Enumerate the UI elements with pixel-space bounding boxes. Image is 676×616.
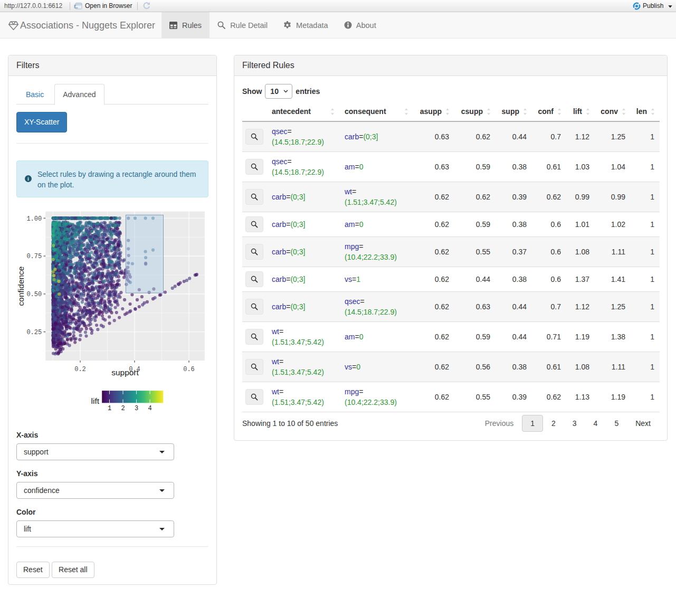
svg-text:1.00: 1.00: [26, 215, 42, 223]
svg-text:0.25: 0.25: [26, 329, 42, 336]
svg-text:0.6: 0.6: [183, 366, 195, 373]
svg-text:support: support: [111, 368, 139, 377]
svg-text:0.50: 0.50: [26, 291, 42, 298]
svg-text:1: 1: [108, 405, 111, 412]
svg-text:confidence: confidence: [16, 267, 25, 306]
svg-text:3: 3: [135, 405, 138, 412]
svg-text:4: 4: [148, 405, 151, 412]
svg-text:lift: lift: [91, 396, 100, 405]
svg-text:2: 2: [121, 405, 125, 412]
svg-text:0.2: 0.2: [74, 366, 86, 373]
svg-text:0.75: 0.75: [26, 253, 42, 260]
